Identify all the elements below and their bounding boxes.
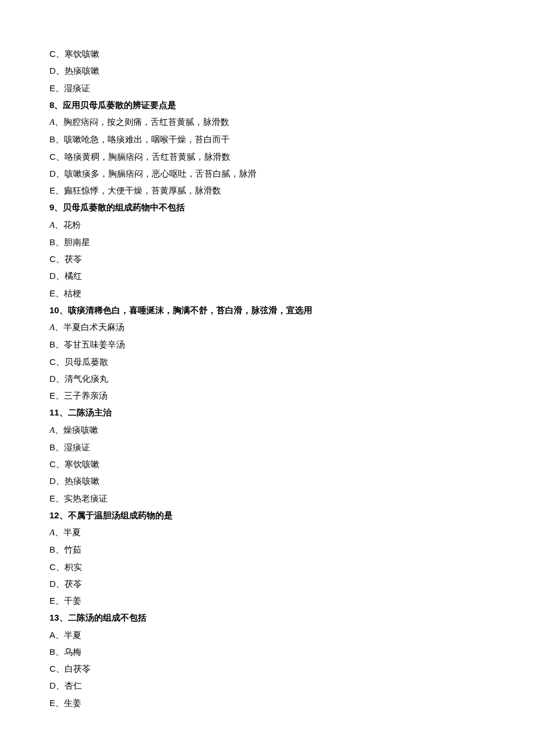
option-line: B、胆南星 xyxy=(49,234,486,250)
option-letter: A xyxy=(49,117,55,127)
option-line: D、咳嗽痰多，胸膈痞闷，恶心呕吐，舌苔白腻，脉滑 xyxy=(49,165,486,182)
option-text: 、枳实 xyxy=(56,562,82,572)
option-line: E、干姜 xyxy=(49,592,486,609)
option-line: D、橘红 xyxy=(49,267,486,284)
option-line: C、寒饮咳嗽 xyxy=(49,45,486,62)
option-letter: E xyxy=(49,185,55,195)
question-text: 10、咳痰清稀色白，喜唾涎沫，胸满不舒，苔白滑，脉弦滑，宜选用 xyxy=(49,305,312,315)
option-letter: A xyxy=(49,528,55,537)
option-line: A、半夏 xyxy=(49,626,486,643)
option-line: D、杏仁 xyxy=(49,677,486,694)
option-letter: B xyxy=(49,237,55,247)
option-line: E、癫狂惊悸，大便干燥，苔黄厚腻，脉滑数 xyxy=(49,182,486,199)
option-text: 、胸腔痞闷，按之则痛，舌红苔黄腻，脉滑数 xyxy=(55,117,229,127)
option-letter: D xyxy=(49,66,56,76)
option-text: 、茯苓 xyxy=(56,254,82,264)
option-letter: A xyxy=(49,323,55,332)
option-text: 、茯苓 xyxy=(56,579,82,589)
option-letter: C xyxy=(49,254,56,264)
option-letter: B xyxy=(49,134,55,144)
option-text: 、干姜 xyxy=(55,596,81,605)
option-line: D、热痰咳嗽 xyxy=(49,62,486,79)
option-text: 、热痰咳嗽 xyxy=(56,476,99,486)
option-line: C、茯苓 xyxy=(49,250,486,267)
option-letter: B xyxy=(49,544,55,554)
question-line: 11、二陈汤主治 xyxy=(49,404,486,421)
option-letter: C xyxy=(49,152,56,162)
option-line: B、乌梅 xyxy=(49,643,486,660)
option-text: 、桔梗 xyxy=(55,288,81,298)
option-letter: D xyxy=(49,374,56,384)
option-line: E、生姜 xyxy=(49,694,486,711)
option-text: 、苓甘五味姜辛汤 xyxy=(55,339,125,349)
option-letter: C xyxy=(49,664,56,673)
option-text: 、乌梅 xyxy=(55,647,81,657)
option-line: B、湿痰证 xyxy=(49,439,486,456)
option-text: 、花粉 xyxy=(55,220,81,230)
question-line: 8、应用贝母瓜蒌散的辨证要点是 xyxy=(49,96,486,113)
option-text: 、癫狂惊悸，大便干燥，苔黄厚腻，脉滑数 xyxy=(55,185,221,195)
option-letter: B xyxy=(49,339,55,349)
option-letter: D xyxy=(49,579,56,589)
option-text: 、燥痰咳嗽 xyxy=(55,425,98,435)
option-letter: D xyxy=(49,476,56,486)
option-line: C、咯痰黄稠，胸膈痞闷，舌红苔黄腻，脉滑数 xyxy=(49,148,486,165)
option-text: 、咳嗽呛急，咯痰难出，咽喉干燥，苔白而干 xyxy=(55,134,230,144)
option-text: 、胆南星 xyxy=(55,237,90,247)
option-line: C、枳实 xyxy=(49,558,486,575)
option-line: C、白茯苓 xyxy=(49,660,486,677)
option-line: A、半夏 xyxy=(49,524,486,541)
option-line: E、桔梗 xyxy=(49,285,486,302)
option-line: B、苓甘五味姜辛汤 xyxy=(49,336,486,353)
option-text: 、白茯苓 xyxy=(56,664,91,673)
question-line: 13、二陈汤的组成不包括 xyxy=(49,609,486,626)
option-line: E、三子养亲汤 xyxy=(49,387,486,404)
option-text: 、橘红 xyxy=(56,271,82,281)
document-body: C、寒饮咳嗽D、热痰咳嗽E、湿痰证8、应用贝母瓜蒌散的辨证要点是A、胸腔痞闷，按… xyxy=(49,45,486,711)
option-letter: E xyxy=(49,288,55,298)
question-text: 12、不属于温胆汤组成药物的是 xyxy=(49,510,173,520)
option-letter: C xyxy=(49,459,56,469)
option-letter: E xyxy=(49,698,55,708)
option-letter: A xyxy=(49,630,55,640)
option-text: 、咳嗽痰多，胸膈痞闷，恶心呕吐，舌苔白腻，脉滑 xyxy=(56,169,256,178)
option-letter: C xyxy=(49,357,56,367)
option-letter: B xyxy=(49,442,55,452)
option-letter: C xyxy=(49,562,56,572)
option-text: 、寒饮咳嗽 xyxy=(56,459,99,469)
option-line: B、竹茹 xyxy=(49,541,486,558)
option-text: 、半夏 xyxy=(55,527,81,537)
option-text: 、清气化痰丸 xyxy=(56,374,108,384)
option-letter: C xyxy=(49,49,56,59)
question-text: 13、二陈汤的组成不包括 xyxy=(49,612,147,622)
option-line: D、茯苓 xyxy=(49,575,486,592)
option-text: 、半夏 xyxy=(55,630,81,640)
option-line: E、实热老痰证 xyxy=(49,490,486,507)
option-text: 、湿痰证 xyxy=(55,442,90,452)
option-line: A、胸腔痞闷，按之则痛，舌红苔黄腻，脉滑数 xyxy=(49,113,486,131)
option-line: A、燥痰咳嗽 xyxy=(49,421,486,439)
option-text: 、竹茹 xyxy=(55,544,81,554)
option-text: 、半夏白术天麻汤 xyxy=(55,322,124,332)
option-letter: E xyxy=(49,83,55,93)
option-text: 、咯痰黄稠，胸膈痞闷，舌红苔黄腻，脉滑数 xyxy=(56,152,230,162)
option-text: 、贝母瓜蒌散 xyxy=(56,357,108,367)
option-text: 、寒饮咳嗽 xyxy=(56,49,99,59)
question-text: 9、贝母瓜蒌散的组成药物中不包括 xyxy=(49,202,185,212)
option-letter: D xyxy=(49,680,56,690)
option-line: C、贝母瓜蒌散 xyxy=(49,353,486,370)
option-letter: E xyxy=(49,596,55,605)
option-text: 、杏仁 xyxy=(56,680,82,690)
option-letter: E xyxy=(49,493,55,503)
question-line: 12、不属于温胆汤组成药物的是 xyxy=(49,507,486,524)
option-text: 、三子养亲汤 xyxy=(55,390,108,400)
option-line: A、花粉 xyxy=(49,216,486,234)
option-letter: A xyxy=(49,220,55,230)
option-line: B、咳嗽呛急，咯痰难出，咽喉干燥，苔白而干 xyxy=(49,131,486,148)
question-text: 11、二陈汤主治 xyxy=(49,407,112,417)
question-line: 9、贝母瓜蒌散的组成药物中不包括 xyxy=(49,199,486,216)
option-text: 、湿痰证 xyxy=(55,83,90,93)
option-letter: B xyxy=(49,647,55,657)
option-letter: A xyxy=(49,425,55,435)
option-line: C、寒饮咳嗽 xyxy=(49,456,486,472)
